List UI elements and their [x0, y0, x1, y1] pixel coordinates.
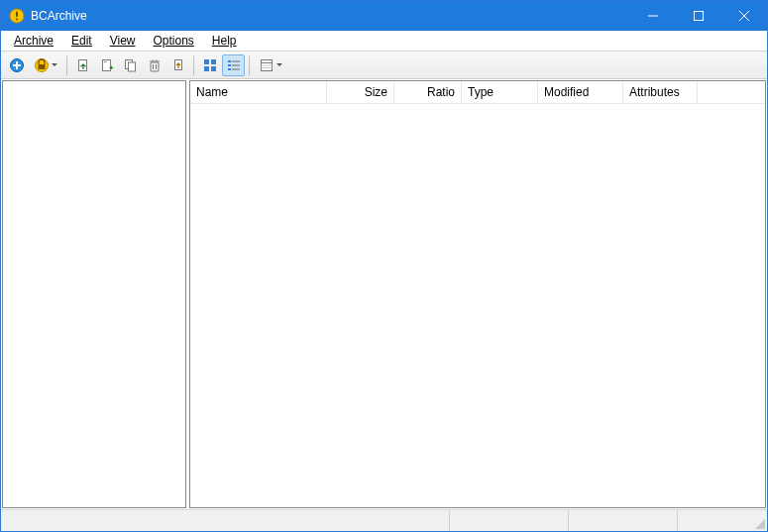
statusbar: [1, 509, 767, 531]
svg-rect-26: [211, 59, 216, 64]
svg-rect-1: [16, 12, 18, 18]
menubar: Archive Edit View Options Help: [1, 31, 767, 52]
column-ratio[interactable]: Ratio: [394, 81, 462, 103]
column-spacer: [698, 81, 765, 103]
status-main: [1, 510, 450, 531]
menu-view[interactable]: View: [101, 32, 145, 50]
svg-rect-4: [695, 12, 704, 21]
status-cell-3: [569, 510, 678, 531]
status-cell-2: [450, 510, 569, 531]
svg-rect-31: [228, 64, 231, 66]
add-folder-button[interactable]: +: [95, 54, 118, 76]
add-file-button[interactable]: [71, 54, 94, 76]
svg-rect-17: [128, 62, 135, 71]
window-controls: [630, 1, 767, 31]
column-type[interactable]: Type: [462, 81, 538, 103]
toolbar-separator: [193, 55, 194, 75]
content-area: Name Size Ratio Type Modified Attributes: [1, 79, 767, 509]
svg-rect-33: [228, 68, 231, 70]
list-pane: Name Size Ratio Type Modified Attributes: [189, 80, 766, 508]
open-archive-button[interactable]: [29, 54, 62, 76]
column-name[interactable]: Name: [190, 81, 327, 103]
status-cell-4: [678, 510, 767, 531]
column-size[interactable]: Size: [327, 81, 394, 103]
svg-rect-30: [232, 60, 240, 61]
view-file-button[interactable]: [166, 54, 189, 76]
extract-button[interactable]: [119, 54, 142, 76]
svg-rect-25: [204, 59, 209, 64]
svg-rect-28: [211, 66, 216, 71]
toolbar-separator: [66, 55, 67, 75]
svg-rect-29: [228, 60, 231, 62]
chevron-down-icon: [52, 63, 57, 66]
svg-rect-34: [232, 68, 240, 69]
new-archive-button[interactable]: [5, 54, 28, 76]
column-attributes[interactable]: Attributes: [623, 81, 698, 103]
menu-edit[interactable]: Edit: [62, 32, 101, 50]
svg-rect-2: [16, 19, 18, 21]
close-button[interactable]: [721, 1, 767, 31]
chevron-down-icon: [276, 63, 282, 66]
menu-options[interactable]: Options: [145, 32, 203, 50]
svg-rect-18: [151, 62, 159, 71]
resize-grip-icon[interactable]: [753, 517, 765, 529]
svg-rect-32: [232, 64, 240, 65]
app-icon: [9, 8, 25, 24]
toolbar-separator: [249, 55, 250, 75]
menu-archive[interactable]: Archive: [5, 32, 62, 50]
large-icons-view-button[interactable]: [198, 54, 221, 76]
svg-rect-27: [204, 66, 209, 71]
list-header: Name Size Ratio Type Modified Attributes: [190, 81, 765, 104]
list-body[interactable]: [190, 104, 765, 507]
delete-button[interactable]: [143, 54, 165, 76]
window-title: BCArchive: [31, 9, 630, 23]
minimize-button[interactable]: [630, 1, 676, 31]
view-mode-dropdown[interactable]: [254, 54, 287, 76]
svg-text:+: +: [109, 63, 114, 72]
titlebar: BCArchive: [1, 1, 767, 31]
tree-pane[interactable]: [2, 80, 186, 508]
menu-help[interactable]: Help: [203, 32, 246, 50]
toolbar: +: [1, 52, 767, 79]
svg-rect-11: [39, 64, 46, 69]
column-modified[interactable]: Modified: [538, 81, 623, 103]
details-view-button[interactable]: [222, 54, 245, 76]
maximize-button[interactable]: [676, 1, 721, 31]
